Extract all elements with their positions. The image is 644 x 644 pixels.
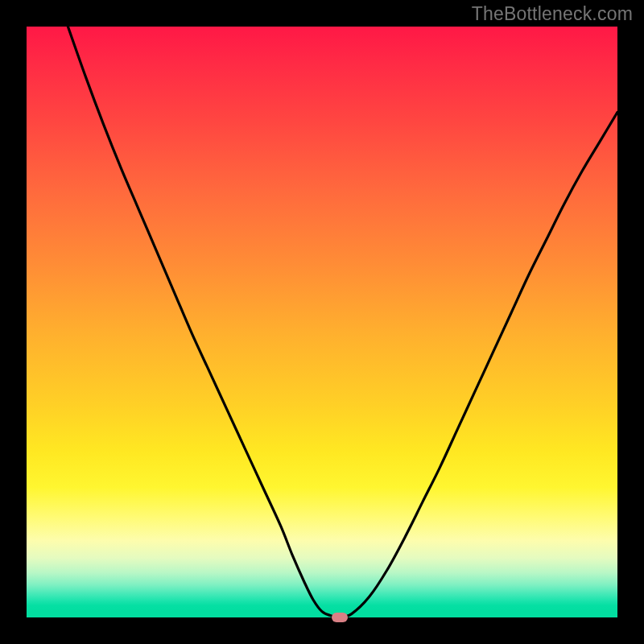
minimum-marker-icon [332, 613, 348, 622]
bottleneck-curve-path [68, 27, 617, 617]
watermark-text: TheBottleneck.com [472, 3, 633, 25]
chart-frame: TheBottleneck.com [0, 0, 644, 644]
bottleneck-curve-svg [27, 27, 617, 617]
